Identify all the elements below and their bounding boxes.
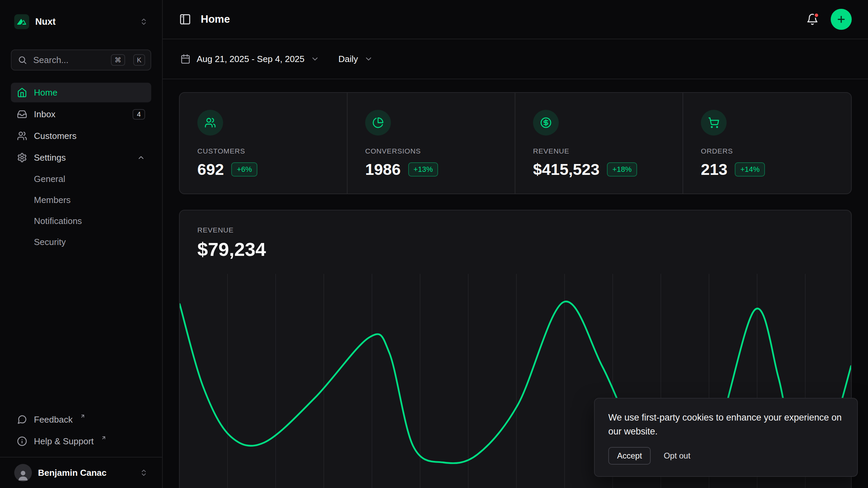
- sidebar-item-inbox[interactable]: Inbox 4: [11, 104, 151, 124]
- main-header: Home: [163, 0, 868, 39]
- notification-dot: [814, 13, 819, 18]
- avatar: [14, 464, 32, 482]
- workspace-switcher[interactable]: Nuxt: [11, 12, 151, 32]
- stat-value: 692: [197, 160, 224, 179]
- message-bubble-icon: [17, 414, 27, 425]
- optout-cookies-button[interactable]: Opt out: [664, 451, 690, 461]
- kbd-cmd: ⌘: [111, 54, 125, 66]
- sidebar-item-members[interactable]: Members: [11, 190, 151, 209]
- sidebar: Nuxt ⌘ K Home: [0, 0, 163, 488]
- nuxt-logo-icon: [14, 14, 29, 29]
- stat-card-orders[interactable]: ORDERS 213 +14%: [683, 93, 851, 194]
- notifications-button[interactable]: [806, 13, 818, 25]
- users-icon: [197, 110, 223, 136]
- home-icon: [17, 87, 27, 98]
- accept-cookies-button[interactable]: Accept: [608, 447, 651, 465]
- gear-icon: [17, 152, 27, 163]
- date-range-picker[interactable]: Aug 21, 2025 - Sep 4, 2025: [180, 54, 319, 64]
- stat-label: ORDERS: [701, 147, 833, 155]
- stat-value: 213: [701, 160, 727, 179]
- add-button[interactable]: [831, 9, 852, 30]
- help-support-link[interactable]: Help & Support: [11, 432, 151, 451]
- panel-toggle-icon[interactable]: [179, 13, 191, 25]
- info-circle-icon: [17, 436, 27, 446]
- users-icon: [17, 131, 27, 141]
- feedback-link[interactable]: Feedback: [11, 410, 151, 429]
- link-label: Feedback: [34, 414, 73, 425]
- sidebar-item-customers[interactable]: Customers: [11, 126, 151, 146]
- revenue-chart-label: REVENUE: [197, 226, 833, 234]
- stat-value: 1986: [365, 160, 401, 179]
- pie-chart-icon: [365, 110, 391, 136]
- calendar-icon: [180, 54, 191, 64]
- sidebar-item-notifications[interactable]: Notifications: [11, 211, 151, 230]
- stat-card-revenue[interactable]: REVENUE $415,523 +18%: [515, 93, 683, 194]
- page-title: Home: [201, 13, 230, 25]
- cookie-consent-toast: We use first-party cookies to enhance yo…: [594, 398, 858, 477]
- search-icon: [18, 55, 27, 65]
- stats-row: CUSTOMERS 692 +6% CONVERSIONS 1986 +13%: [179, 92, 852, 194]
- stat-label: REVENUE: [533, 147, 665, 155]
- header-actions: [806, 9, 852, 30]
- sidebar-top: Nuxt ⌘ K Home: [0, 0, 162, 251]
- sidebar-item-label: Customers: [34, 131, 77, 141]
- sidebar-item-home[interactable]: Home: [11, 83, 151, 102]
- sidebar-item-label: Settings: [34, 152, 66, 163]
- sidebar-item-label: Notifications: [34, 216, 82, 226]
- external-link-icon: [80, 413, 85, 419]
- stat-label: CUSTOMERS: [197, 147, 329, 155]
- shopping-cart-icon: [701, 110, 727, 136]
- sidebar-item-label: Inbox: [34, 109, 56, 120]
- sidebar-item-label: General: [34, 174, 65, 184]
- granularity-select[interactable]: Daily: [338, 54, 373, 64]
- stat-delta-badge: +13%: [408, 162, 438, 177]
- stat-card-customers[interactable]: CUSTOMERS 692 +6%: [180, 93, 348, 194]
- sidebar-item-label: Security: [34, 237, 66, 247]
- stat-delta-badge: +18%: [607, 162, 637, 177]
- inbox-icon: [17, 109, 27, 119]
- stat-delta-badge: +6%: [231, 162, 257, 177]
- user-menu[interactable]: Benjamin Canac: [11, 462, 151, 483]
- kbd-k: K: [133, 54, 145, 66]
- sidebar-user-section: Benjamin Canac: [0, 457, 162, 488]
- sidebar-item-label: Members: [34, 195, 71, 205]
- cookie-message: We use first-party cookies to enhance yo…: [608, 411, 844, 438]
- dollar-circle-icon: [533, 110, 559, 136]
- stat-value: $415,523: [533, 160, 599, 179]
- external-link-icon: [101, 435, 106, 441]
- user-name: Benjamin Canac: [38, 468, 106, 478]
- search-box[interactable]: ⌘ K: [11, 49, 151, 70]
- chevrons-up-down-icon: [140, 469, 148, 477]
- workspace-name: Nuxt: [35, 17, 56, 27]
- sidebar-item-security[interactable]: Security: [11, 232, 151, 251]
- chevron-down-icon: [311, 55, 319, 63]
- filters-toolbar: Aug 21, 2025 - Sep 4, 2025 Daily: [163, 39, 868, 79]
- revenue-chart-header: REVENUE $79,234: [180, 210, 851, 260]
- sidebar-item-settings[interactable]: Settings: [11, 148, 151, 167]
- stat-label: CONVERSIONS: [365, 147, 497, 155]
- chevrons-up-down-icon: [140, 18, 148, 26]
- stat-delta-badge: +14%: [735, 162, 765, 177]
- search-input[interactable]: [33, 55, 105, 65]
- inbox-count-badge: 4: [133, 109, 145, 120]
- sidebar-item-general[interactable]: General: [11, 169, 151, 188]
- cookie-actions: Accept Opt out: [608, 447, 844, 465]
- sidebar-nav: Home Inbox 4 Customers: [11, 83, 151, 251]
- date-range-label: Aug 21, 2025 - Sep 4, 2025: [197, 54, 304, 64]
- revenue-chart-value: $79,234: [197, 238, 833, 260]
- chevron-up-icon: [137, 154, 145, 162]
- stat-card-conversions[interactable]: CONVERSIONS 1986 +13%: [348, 93, 515, 194]
- sidebar-spacer: [0, 251, 162, 410]
- app: Nuxt ⌘ K Home: [0, 0, 868, 488]
- link-label: Help & Support: [34, 436, 94, 447]
- sidebar-footer-links: Feedback Help & Support: [0, 410, 162, 457]
- granularity-label: Daily: [338, 54, 358, 64]
- sidebar-item-label: Home: [34, 87, 57, 98]
- chevron-down-icon: [364, 55, 373, 63]
